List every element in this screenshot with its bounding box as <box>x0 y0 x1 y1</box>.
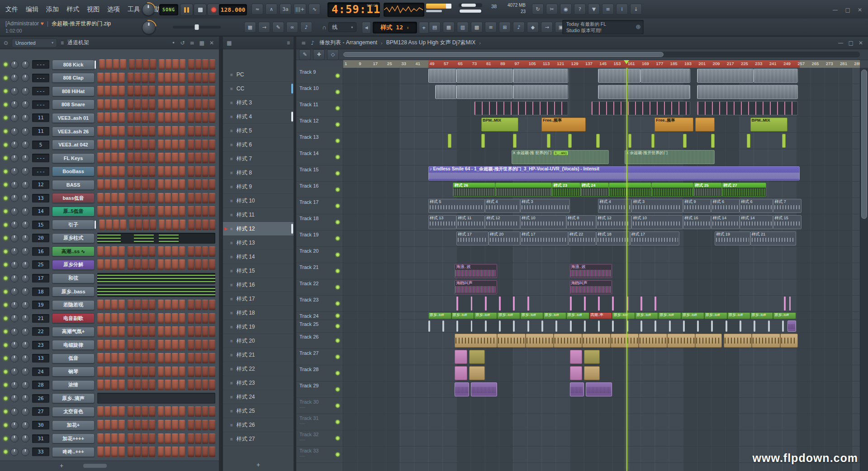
step-cell[interactable] <box>188 179 194 190</box>
channel-button[interactable]: 原乡分解 <box>52 260 95 270</box>
step-cell[interactable] <box>202 300 209 310</box>
step-cell[interactable] <box>179 259 185 270</box>
track-header[interactable]: Track 32..... <box>296 430 343 447</box>
volume-knob[interactable] <box>21 354 29 363</box>
step-cell[interactable] <box>142 126 148 137</box>
track-lane[interactable]: 海浪..效海浪..效 <box>343 263 860 279</box>
playlist-clip[interactable] <box>481 134 485 148</box>
step-cell[interactable] <box>195 99 201 110</box>
step-cell[interactable] <box>195 447 201 457</box>
track-header[interactable]: Track 30..... <box>296 398 343 414</box>
playlist-clip[interactable] <box>782 320 784 332</box>
playlist-clip[interactable]: 样式 5 <box>428 199 485 213</box>
playlist-clip[interactable]: 原乡..toff <box>612 312 635 319</box>
track-lane[interactable] <box>343 333 860 349</box>
step-cell[interactable] <box>104 166 111 177</box>
track-led[interactable] <box>336 420 340 424</box>
step-cell[interactable] <box>180 59 185 70</box>
step-cell[interactable] <box>149 179 155 190</box>
step-cell[interactable] <box>165 99 171 110</box>
step-cell[interactable] <box>195 220 201 230</box>
step-edit-icon[interactable]: ▦ <box>244 22 256 33</box>
step-cell[interactable] <box>172 433 178 444</box>
playlist-clip[interactable] <box>499 320 501 332</box>
step-cell[interactable] <box>188 259 194 270</box>
playlist-clip[interactable] <box>726 320 727 332</box>
step-cell[interactable] <box>172 326 178 337</box>
pattern-item[interactable]: ≡样式 4 <box>223 110 294 124</box>
track-lane[interactable]: 原乡..toff原乡..toff原乡..toff原乡..toff原乡..toff… <box>343 312 860 320</box>
track-lane[interactable] <box>343 382 860 398</box>
step-cell[interactable] <box>158 246 164 257</box>
step-cell[interactable] <box>97 353 104 363</box>
link-icon[interactable]: ∞ <box>286 22 298 33</box>
step-cell[interactable] <box>149 420 155 430</box>
step-cell[interactable] <box>202 86 209 96</box>
time-display[interactable]: 4:59:11 M:S:CS <box>327 2 380 17</box>
channel-button[interactable]: 加花+ <box>52 420 95 430</box>
step-cell[interactable] <box>188 126 194 137</box>
volume-knob[interactable] <box>21 234 29 242</box>
step-cell[interactable] <box>128 340 134 350</box>
step-cell[interactable] <box>165 367 171 377</box>
menu-icon[interactable]: ≡ <box>287 40 290 46</box>
playlist-clip[interactable] <box>474 101 568 115</box>
pan-knob[interactable] <box>10 261 19 269</box>
step-cell[interactable] <box>149 126 155 137</box>
step-cell[interactable] <box>134 406 141 417</box>
step-cell[interactable] <box>97 447 104 457</box>
step-cell[interactable] <box>97 420 104 430</box>
step-cell[interactable] <box>142 153 148 163</box>
track-lane[interactable] <box>343 296 860 312</box>
playlist-clip[interactable] <box>584 350 600 364</box>
track-led[interactable] <box>336 236 340 240</box>
playlist-clip[interactable]: Free..频率 <box>655 118 693 132</box>
step-cell[interactable] <box>209 433 215 444</box>
track-led[interactable] <box>336 314 340 318</box>
step-cell[interactable] <box>165 433 171 444</box>
step-cell[interactable] <box>158 433 164 444</box>
step-cell[interactable] <box>128 447 134 457</box>
step-cell[interactable] <box>128 206 134 217</box>
volume-knob[interactable] <box>21 141 29 149</box>
step-cell[interactable] <box>202 353 209 363</box>
channel-button[interactable]: 高潮..ss ∿ <box>52 246 95 256</box>
step-cell[interactable] <box>179 193 185 203</box>
playlist-clip[interactable] <box>591 101 690 115</box>
step-cell[interactable] <box>172 220 178 230</box>
stop-button[interactable] <box>194 4 207 16</box>
channel-enable-led[interactable] <box>4 423 8 427</box>
mixer-icon[interactable]: ▩ <box>471 22 483 33</box>
step-cell[interactable] <box>97 179 104 190</box>
step-cell[interactable] <box>188 246 194 257</box>
step-cell[interactable] <box>150 59 156 70</box>
track-lane[interactable]: BPM..MIXFree..频率Free..频率BPM..MIX <box>343 117 860 133</box>
track-header[interactable]: Track 33..... <box>296 447 343 463</box>
step-cell[interactable] <box>158 179 164 190</box>
playlist-clip[interactable] <box>754 320 755 332</box>
track-led[interactable] <box>336 324 340 328</box>
step-cell[interactable] <box>165 447 171 457</box>
track-led[interactable] <box>336 387 340 391</box>
step-cell[interactable] <box>142 326 148 337</box>
track-lane[interactable]: 样式 13样式 11样式 12样式 10样式 8样式 12样式 10样式 16样… <box>343 214 860 231</box>
step-cell[interactable] <box>202 166 209 177</box>
step-cell[interactable] <box>202 179 209 190</box>
playlist-clip[interactable]: ♪ Endless Smile 64 - 1_余超颖-推开世界的门_3_HP-V… <box>428 166 800 180</box>
channel-enable-led[interactable] <box>4 437 8 441</box>
playlist-clip[interactable] <box>612 320 614 332</box>
step-cell[interactable] <box>104 406 111 417</box>
piano-roll-icon[interactable]: ▦ <box>443 22 455 33</box>
step-cell[interactable] <box>142 99 148 110</box>
step-cell[interactable] <box>165 140 171 150</box>
playlist-clip[interactable] <box>485 320 487 332</box>
pan-knob[interactable] <box>10 141 19 149</box>
playlist-grid[interactable]: BPM..MIXFree..频率Free..频率BPM..MIXX 余超颖-推 … <box>343 68 860 471</box>
playlist-clip[interactable] <box>667 334 696 348</box>
step-cell[interactable] <box>97 300 104 310</box>
minimize-icon[interactable]: — <box>831 5 840 15</box>
step-cell[interactable] <box>111 406 118 417</box>
channel-enable-led[interactable] <box>4 383 8 387</box>
track-header[interactable]: Track 20 <box>296 247 343 263</box>
step-cell[interactable] <box>119 193 125 203</box>
